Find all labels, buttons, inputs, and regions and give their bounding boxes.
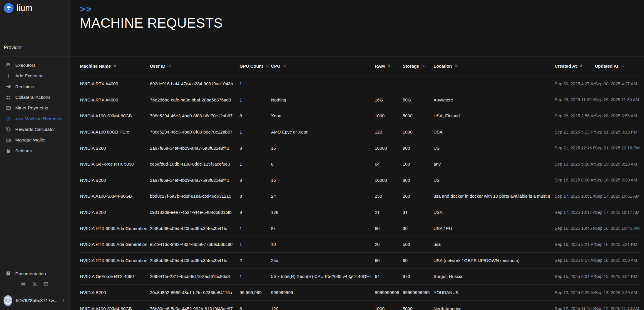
column-label: GPU Count <box>240 64 263 69</box>
table-cell: 2a97f86e-54af-4b09-a4a7-5a3f621e9f41 <box>150 146 240 151</box>
column-header: Storage⇅ <box>403 64 434 69</box>
sidebar-item-documentation[interactable]: Documentation <box>0 269 69 279</box>
table-cell: 250 <box>375 194 403 199</box>
table-cell: Sep 13, 2025 9:29 AM <box>595 290 641 295</box>
brand-logo[interactable]: lium <box>0 0 69 13</box>
table-cell: 999999999 <box>271 290 375 295</box>
table-row[interactable]: NVIDIA RTX 6000 Ada Generatione519416d-9… <box>80 236 641 253</box>
table-cell: 8 <box>240 194 271 199</box>
mail-icon[interactable] <box>43 281 48 287</box>
table-row[interactable]: NVIDIA B2002a97f86e-54af-4b09-a4a7-5a3f6… <box>80 172 641 189</box>
sidebar-item[interactable]: Collateral Actions <box>0 92 69 103</box>
table-cell: Xeon <box>271 113 375 118</box>
table-cell: 24 <box>271 194 375 199</box>
sort-icon[interactable]: ⇅ <box>387 64 391 68</box>
sort-icon[interactable]: ⇅ <box>283 64 286 68</box>
table-cell: Sep 16, 2025 10:45 PM <box>555 226 595 231</box>
wallet-button[interactable]: 5DV6Z8h5xX717w... <box>0 291 69 310</box>
table-row[interactable]: NVIDIA B2002a97f86e-54af-4b09-a4a7-5a3f6… <box>80 140 641 156</box>
table-row[interactable]: NVIDIA A100-SXM4-80GBbbd8c27f-6a7b-4d8f-… <box>80 188 641 204</box>
page-title: MACHINE REQUESTS <box>80 15 644 31</box>
table-cell: NVIDIA A100-SXM4-80GB <box>80 306 150 310</box>
table-row[interactable]: NVIDIA RTX 6000 Ada Generation2f48bb68-c… <box>80 220 641 236</box>
table-row[interactable]: NVIDIA RTX A400076e286be-cafc-4a3c-bbaf-… <box>80 92 641 108</box>
sort-icon[interactable]: ⇅ <box>266 64 269 68</box>
table-row[interactable]: NVIDIA GeForce RTX 5090ce5afd8d-10db-410… <box>80 156 641 172</box>
sidebar-item[interactable]: Rewards Calculator <box>0 124 69 135</box>
table-cell: 60 <box>403 258 434 263</box>
table-row[interactable]: NVIDIA A100-SXM4-80GB76b80ec6-5e3a-4452-… <box>80 301 641 310</box>
table-row[interactable]: NVIDIA GeForce RTX 4090209841fa-231f-45c… <box>80 269 641 285</box>
main-content: >> MACHINE REQUESTS Machine Name⇅User ID… <box>70 0 644 310</box>
sidebar-item-label: Manage Wallet <box>15 137 46 143</box>
sidebar-item[interactable]: Settings <box>0 145 69 156</box>
table-cell: 20 <box>375 242 403 247</box>
table-cell: 30 <box>403 226 434 231</box>
table-cell: Sep 15, 2025 6:04 PM <box>555 274 595 279</box>
column-header: GPU Count⇅ <box>240 64 271 69</box>
table-cell: NVIDIA RTX 6000 Ada Generation <box>80 226 150 231</box>
sort-icon[interactable]: ⇅ <box>113 64 117 68</box>
sidebar-item[interactable]: Reclaims <box>0 81 69 92</box>
table-cell: bbd8c27f-6a7b-4d8f-81ea-cbd46d631215 <box>150 194 240 199</box>
book-icon <box>6 271 11 276</box>
table-cell: Sep 21, 2025 9:13 PM <box>555 130 595 134</box>
table-row[interactable]: NVIDIA B20020c8d802-8569-48c1-b2fe-62366… <box>80 285 641 301</box>
table-cell: USA <box>434 129 555 134</box>
sort-icon[interactable]: ⇅ <box>422 64 425 68</box>
sort-icon[interactable]: ⇅ <box>579 64 583 68</box>
table-cell: NVIDIA RTX A4000 <box>80 81 150 86</box>
table-row[interactable]: NVIDIA RTX 6000 Ada Generation2f48bb68-c… <box>80 253 641 269</box>
column-header: Updated At⇅ <box>595 64 641 69</box>
mushroom-icon <box>4 3 14 13</box>
sort-icon[interactable]: ⇅ <box>168 64 171 68</box>
table-cell: Sep 28, 2025 3:56 AM <box>595 114 641 118</box>
table-cell: Sep 29, 2025 11:39 AM <box>595 97 641 102</box>
table-cell: NVIDIA B200 <box>80 146 150 151</box>
table-cell: 60 <box>375 258 403 263</box>
column-label: Created At <box>555 64 577 69</box>
page-header: >> MACHINE REQUESTS <box>70 0 644 56</box>
table-cell: 99999999999 <box>403 290 434 295</box>
table-cell: North America <box>434 306 555 310</box>
sidebar-item[interactable]: Miner Payments <box>0 103 69 113</box>
social-links <box>0 279 69 291</box>
table-cell: 200 <box>403 194 434 199</box>
sidebar-item[interactable]: Add Executor <box>0 71 69 81</box>
sidebar-item-label: Settings <box>15 148 32 154</box>
table-cell: Sep 21, 2025 12:16 PM <box>555 146 595 150</box>
credit-card-icon <box>6 105 11 111</box>
table-cell: Sep 21, 2025 12:16 PM <box>595 146 641 150</box>
table-cell: 2a97f86e-54af-4b09-a4a7-5a3f621e9f41 <box>150 178 240 183</box>
table-row[interactable]: NVIDIA RTX A4000692de916-baf4-47a4-a284-… <box>80 76 641 92</box>
table-row[interactable]: NVIDIA A100-SXM4-80GB798c5294-46e3-4ba0-… <box>80 108 641 124</box>
table-cell: 120 <box>271 306 375 310</box>
sidebar-item[interactable]: Manage Wallet <box>0 135 69 145</box>
table-cell: ce5afd8d-10db-4108-8dde-125f3acef8e3 <box>150 161 240 166</box>
table-cell: e519416d-9f82-4834-8b59-776b9cb3bc90 <box>150 242 240 247</box>
table-cell: Surgut, Russia <box>434 274 555 279</box>
table-cell: 1 <box>240 242 271 247</box>
table-row[interactable]: NVIDIA A100 80GB PCIe798c5294-46e3-4ba0-… <box>80 124 641 140</box>
table-cell: Sep 30, 2025 4:27 AM <box>595 81 641 86</box>
tag-icon <box>6 127 11 132</box>
column-header: Location⇅ <box>434 64 555 69</box>
table-cell: 120 <box>375 129 403 134</box>
blocks-icon <box>6 95 11 100</box>
sidebar-item[interactable]: >>> Machine Requests <box>0 113 69 124</box>
table-cell: NVIDIA RTX 6000 Ada Generation <box>80 258 150 263</box>
x-icon[interactable] <box>32 281 37 287</box>
sidebar-item-label: Add Executor <box>15 73 43 79</box>
sidebar-item[interactable]: Executors <box>0 60 69 71</box>
documentation-label: Documentation <box>15 271 46 276</box>
discord-icon[interactable] <box>21 281 26 287</box>
table-cell: NVIDIA RTX A4000 <box>80 97 150 102</box>
sidebar-item-label: Executors <box>15 63 36 68</box>
table-cell: 1 <box>240 226 271 231</box>
sort-icon[interactable]: ⇅ <box>455 64 458 68</box>
table-cell: 1 <box>240 81 271 86</box>
table-row[interactable]: NVIDIA B200c90182d9-eea7-4b24-9f4e-5404d… <box>80 204 641 221</box>
table-cell: USA <box>434 210 555 215</box>
sort-icon[interactable]: ⇅ <box>621 64 624 68</box>
table-cell: Sep 15, 2025 6:04 PM <box>595 274 641 279</box>
